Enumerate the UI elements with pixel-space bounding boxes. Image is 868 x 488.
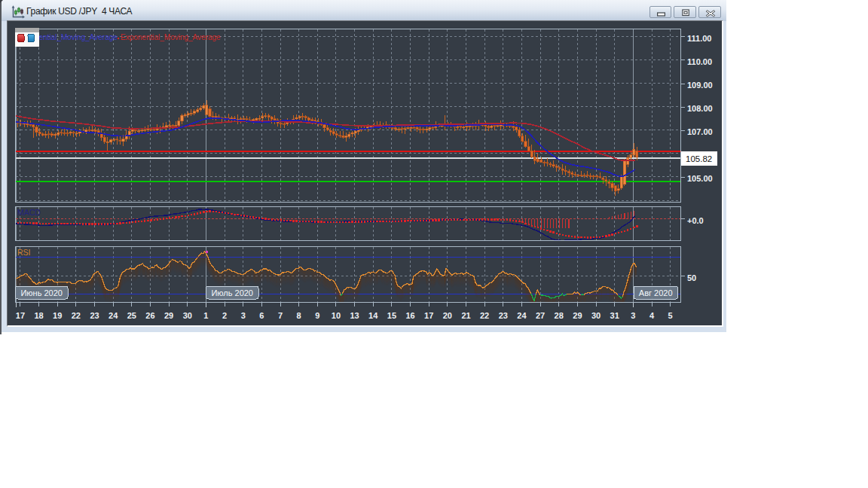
- svg-text:15: 15: [387, 311, 396, 320]
- svg-text:30: 30: [183, 311, 192, 320]
- svg-text:ential_Moving_Average: ential_Moving_Average: [39, 33, 118, 41]
- svg-text:10: 10: [332, 311, 341, 320]
- svg-text:1: 1: [203, 311, 208, 320]
- svg-text:16: 16: [405, 311, 414, 320]
- svg-text:9: 9: [315, 311, 319, 320]
- svg-text:30: 30: [591, 311, 601, 320]
- svg-text:24: 24: [108, 311, 118, 320]
- svg-text:23: 23: [499, 311, 508, 320]
- svg-text:RSI: RSI: [17, 248, 31, 257]
- svg-text:23: 23: [90, 311, 99, 320]
- svg-text:111.00: 111.00: [687, 34, 711, 43]
- svg-text:Июль 2020: Июль 2020: [211, 288, 253, 297]
- svg-text:50: 50: [687, 273, 696, 282]
- svg-text:8: 8: [297, 311, 301, 320]
- svg-text:13: 13: [350, 311, 359, 320]
- svg-text:31: 31: [610, 311, 619, 320]
- svg-text:105.82: 105.82: [686, 154, 712, 163]
- svg-text:29: 29: [573, 311, 582, 320]
- svg-text:Exponential_Moving_Average: Exponential_Moving_Average: [121, 33, 221, 41]
- svg-text:17: 17: [16, 311, 25, 320]
- svg-text:MACD: MACD: [17, 208, 41, 217]
- svg-text:19: 19: [53, 311, 62, 320]
- svg-text:3: 3: [631, 311, 635, 320]
- svg-text:2: 2: [222, 311, 227, 320]
- svg-text:109.00: 109.00: [687, 81, 713, 90]
- svg-text:26: 26: [145, 311, 154, 320]
- svg-text:22: 22: [72, 311, 81, 320]
- svg-text:29: 29: [164, 311, 173, 320]
- svg-text:5: 5: [668, 311, 673, 320]
- svg-text:22: 22: [480, 311, 489, 320]
- svg-text:28: 28: [555, 311, 564, 320]
- svg-text:Авг 2020: Авг 2020: [639, 288, 673, 297]
- svg-text:6: 6: [259, 311, 264, 320]
- svg-text:21: 21: [461, 311, 470, 320]
- svg-text:3: 3: [241, 311, 246, 320]
- svg-text:18: 18: [34, 311, 43, 320]
- svg-text:17: 17: [424, 311, 433, 320]
- svg-text:107.00: 107.00: [687, 127, 713, 136]
- svg-text:7: 7: [278, 311, 283, 320]
- svg-text:24: 24: [517, 311, 527, 320]
- svg-text:14: 14: [368, 311, 378, 320]
- svg-text:108.00: 108.00: [687, 104, 713, 113]
- svg-text:110.00: 110.00: [687, 57, 712, 66]
- svg-text:105.00: 105.00: [687, 174, 713, 183]
- svg-text:Июнь 2020: Июнь 2020: [20, 288, 63, 297]
- svg-text:+0.0: +0.0: [687, 216, 704, 225]
- svg-text:4: 4: [649, 311, 655, 320]
- svg-text:20: 20: [443, 311, 452, 320]
- svg-text:25: 25: [127, 311, 136, 320]
- svg-text:27: 27: [536, 311, 545, 320]
